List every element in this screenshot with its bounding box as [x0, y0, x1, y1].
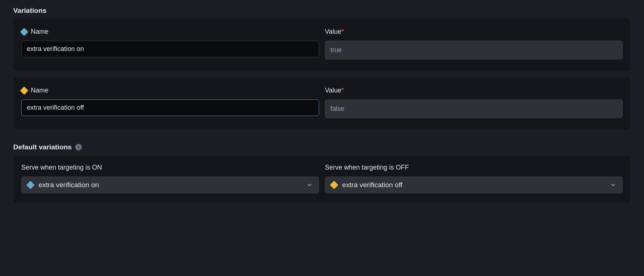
- serve-off-select[interactable]: extra verification off: [325, 177, 623, 193]
- serve-off-col: Serve when targeting is OFF extra verifi…: [325, 164, 623, 193]
- variation-value-1: false: [325, 99, 623, 118]
- serve-on-select[interactable]: extra verification on: [21, 177, 319, 193]
- name-label-text: Name: [31, 28, 48, 36]
- variation-value-col-0: Value* true: [325, 28, 623, 59]
- info-icon[interactable]: i: [75, 144, 82, 150]
- required-star: *: [341, 28, 344, 35]
- required-star: *: [341, 87, 344, 94]
- diamond-icon: [330, 181, 339, 189]
- defaults-heading: Default variations: [13, 143, 72, 151]
- name-label: Name: [21, 28, 319, 36]
- chevron-down-icon: [610, 182, 616, 188]
- variation-value-col-1: Value* false: [325, 87, 623, 118]
- chevron-down-icon: [306, 182, 313, 188]
- variation-value-0: true: [325, 41, 623, 59]
- variation-name-col-1: Name: [21, 87, 319, 118]
- value-label: Value*: [325, 87, 623, 94]
- variation-name-input-0[interactable]: [21, 41, 319, 57]
- variation-card-1: Name Value* false: [13, 77, 631, 129]
- diamond-icon: [20, 28, 29, 36]
- diamond-icon: [20, 86, 29, 95]
- name-label: Name: [21, 87, 319, 94]
- variation-name-input-1[interactable]: [21, 99, 319, 116]
- variation-name-col-0: Name: [21, 28, 319, 59]
- serve-off-value: extra verification off: [342, 181, 605, 189]
- diamond-icon: [26, 181, 35, 189]
- defaults-card: Serve when targeting is ON extra verific…: [13, 156, 631, 203]
- name-label-text: Name: [31, 87, 48, 94]
- variation-card-0: Name Value* true: [13, 18, 631, 70]
- value-label: Value*: [325, 28, 623, 36]
- serve-on-label: Serve when targeting is ON: [21, 164, 319, 171]
- serve-off-label: Serve when targeting is OFF: [325, 164, 623, 171]
- defaults-section: Default variations i Serve when targetin…: [13, 143, 631, 203]
- variations-section: Variations Name Value* true: [13, 7, 631, 129]
- value-label-text: Value: [325, 28, 341, 35]
- serve-on-value: extra verification on: [39, 181, 301, 189]
- serve-on-col: Serve when targeting is ON extra verific…: [21, 164, 319, 193]
- value-label-text: Value: [325, 87, 341, 94]
- variations-heading: Variations: [13, 7, 631, 15]
